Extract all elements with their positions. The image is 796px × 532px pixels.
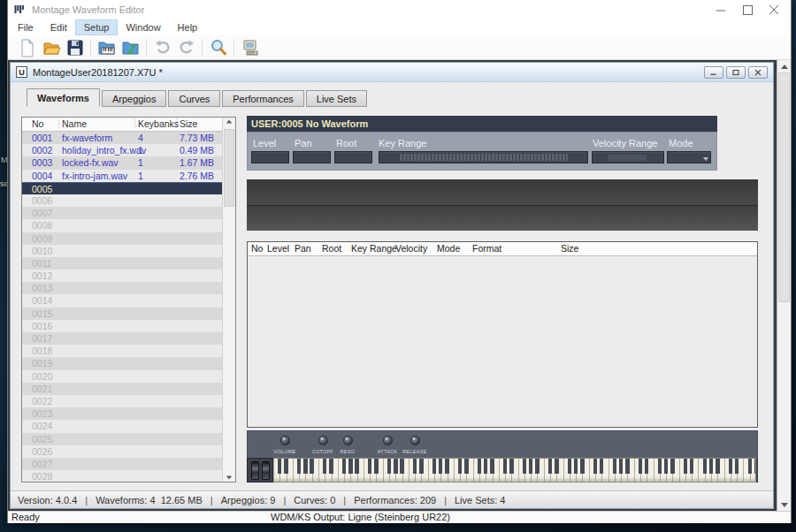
scrollbar-thumb[interactable]: [224, 129, 234, 207]
list-item[interactable]: 0008: [22, 219, 222, 232]
velocity-range-field[interactable]: [592, 151, 664, 163]
keybank-column-header-key-range[interactable]: Key Range: [351, 243, 397, 254]
menu-file[interactable]: File: [10, 20, 42, 34]
list-item[interactable]: 0027: [22, 458, 222, 470]
tab-arpeggios[interactable]: Arpeggios: [102, 90, 167, 107]
menu-help[interactable]: Help: [170, 20, 206, 34]
doc-status-segment: Live Sets: 4: [455, 495, 505, 505]
pan-field[interactable]: [293, 151, 331, 163]
list-item[interactable]: 0011: [22, 257, 222, 270]
list-item[interactable]: 0013: [22, 282, 222, 294]
tab-curves[interactable]: Curves: [168, 90, 220, 107]
list-column-header-name[interactable]: Name: [62, 118, 87, 129]
root-field[interactable]: [334, 151, 372, 163]
cutoff-knob[interactable]: [318, 436, 328, 445]
cell-no: 0011: [32, 257, 52, 270]
mode-field[interactable]: [667, 151, 711, 163]
list-item[interactable]: 0006: [22, 194, 222, 207]
scroll-down-icon[interactable]: [223, 475, 235, 480]
list-item-selected[interactable]: 0005: [22, 182, 222, 194]
list-item[interactable]: 0022: [22, 395, 222, 407]
scroll-up-icon[interactable]: [777, 60, 791, 72]
import-waveform-folder-button[interactable]: [95, 37, 119, 58]
list-item[interactable]: 0007: [22, 207, 222, 219]
list-item[interactable]: 0004fx-intro-jam.wav12.76 MB: [22, 170, 222, 182]
desktop: M se Montage Waveform Editor FileEditSet…: [0, 0, 796, 532]
menu-window[interactable]: Window: [118, 20, 168, 34]
mod-wheel[interactable]: [262, 461, 270, 480]
list-item[interactable]: 0012: [22, 270, 222, 282]
new-document-button[interactable]: [15, 37, 39, 58]
attack-knob[interactable]: [383, 436, 393, 445]
doc-minimize-button[interactable]: [704, 66, 723, 79]
close-button[interactable]: [761, 0, 787, 19]
audition-device-button[interactable]: [238, 37, 262, 58]
cell-no: 0012: [32, 270, 52, 282]
redo-button[interactable]: [174, 37, 198, 58]
menu-edit[interactable]: Edit: [42, 20, 75, 34]
level-label: Level: [253, 138, 276, 148]
list-item[interactable]: 0023: [22, 407, 222, 420]
list-column-header-keybanks[interactable]: Keybanks: [138, 118, 179, 129]
keybank-column-header-size[interactable]: Size: [561, 243, 578, 254]
app-titlebar[interactable]: Montage Waveform Editor: [8, 0, 791, 19]
menu-setup[interactable]: Setup: [76, 20, 118, 34]
list-item[interactable]: 0014: [22, 294, 222, 307]
tab-waveforms[interactable]: Waveforms: [27, 88, 100, 107]
list-item[interactable]: 0017: [22, 332, 222, 345]
list-item[interactable]: 0024: [22, 420, 222, 432]
list-item[interactable]: 0026: [22, 445, 222, 458]
list-item[interactable]: 0010: [22, 245, 222, 257]
list-item[interactable]: 0003locked-fx.wav11.67 MB: [22, 156, 222, 169]
mdi-scrollbar[interactable]: [777, 60, 791, 511]
list-item[interactable]: 0016: [22, 320, 222, 332]
open-folder-button[interactable]: [39, 37, 63, 58]
undo-button[interactable]: [150, 37, 174, 58]
key-range-field[interactable]: [379, 151, 588, 163]
list-item[interactable]: 0028: [22, 470, 222, 482]
list-item[interactable]: 0009: [22, 232, 222, 245]
waveform-display-right-channel: [247, 206, 758, 231]
level-field[interactable]: [251, 151, 289, 163]
pitch-wheel[interactable]: [251, 461, 259, 480]
toolbar-separator: [233, 39, 234, 57]
piano-keyboard[interactable]: [273, 458, 756, 483]
keybank-column-header-root[interactable]: Root: [322, 243, 341, 254]
maximize-button[interactable]: [734, 0, 761, 19]
scroll-up-icon[interactable]: [223, 119, 235, 124]
scroll-down-icon[interactable]: [777, 498, 791, 511]
search-button[interactable]: [206, 37, 230, 58]
list-item[interactable]: 0018: [22, 345, 222, 357]
document-titlebar[interactable]: U MontageUser20181207.X7U *: [11, 63, 773, 82]
list-item[interactable]: 0020: [22, 370, 222, 383]
waveform-list-scrollbar[interactable]: [222, 118, 235, 482]
list-item[interactable]: 0019: [22, 357, 222, 369]
minimize-button[interactable]: [708, 0, 734, 19]
doc-restore-button[interactable]: [726, 66, 746, 79]
import-audio-folder-button[interactable]: [119, 37, 142, 58]
doc-close-button[interactable]: [748, 66, 768, 79]
keybank-column-header-velocity[interactable]: Velocity: [395, 243, 427, 254]
list-item[interactable]: 0025: [22, 433, 222, 445]
keybank-column-header-no[interactable]: No: [251, 243, 263, 254]
list-column-header-no[interactable]: No: [32, 118, 43, 129]
scrollbar-thumb[interactable]: [778, 72, 790, 302]
keybank-column-header-level[interactable]: Level: [267, 243, 289, 254]
list-column-header-size[interactable]: Size: [180, 118, 197, 129]
release-knob[interactable]: [410, 436, 420, 445]
keybank-column-header-pan[interactable]: Pan: [295, 243, 311, 254]
tab-live-sets[interactable]: Live Sets: [306, 90, 367, 107]
cell-no: 0001: [32, 132, 52, 144]
keybank-column-header-format[interactable]: Format: [472, 243, 501, 254]
reso-knob[interactable]: [343, 436, 353, 445]
tab-performances[interactable]: Performances: [222, 90, 303, 107]
cell-name: locked-fx.wav: [62, 156, 119, 169]
keybank-column-header-mode[interactable]: Mode: [437, 243, 460, 254]
volume-knob[interactable]: [280, 436, 290, 445]
list-item[interactable]: 0015: [22, 308, 222, 320]
list-item[interactable]: 0021: [22, 383, 222, 395]
list-item[interactable]: 0001fx-waveform47.73 MB: [22, 132, 222, 144]
list-item[interactable]: 0002holiday_intro_fx.wav10.49 MB: [22, 144, 222, 156]
save-button[interactable]: [63, 37, 87, 58]
cell-size: 2.76 MB: [180, 170, 214, 182]
